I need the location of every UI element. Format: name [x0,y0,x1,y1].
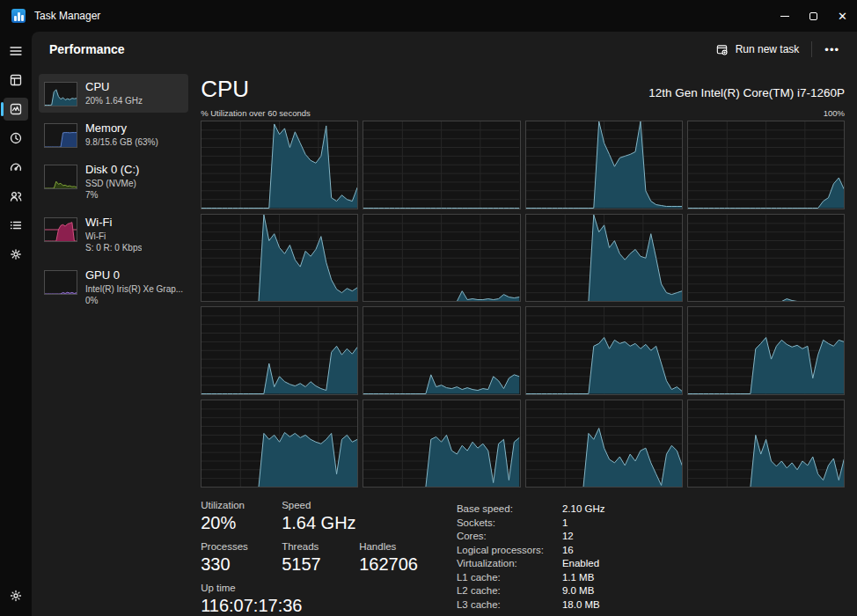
cpu-stats: Utilization 20% Speed 1.64 GHz [201,500,845,616]
spec-label: Logical processors: [457,545,548,555]
wifi-sparkline [44,217,77,242]
selected-indicator [1,102,4,116]
cpu-core-graph[interactable] [525,121,683,209]
disk-sparkline [44,165,77,189]
stat-uptime: Up time 116:07:17:36 [201,583,302,616]
cpu-core-graph[interactable] [687,121,845,209]
settings-gear-icon [9,589,23,603]
sidebar-disk-title: Disk 0 (C:) [85,163,139,178]
spec-label: Sockets: [457,517,548,528]
cpu-core-graph[interactable] [687,400,845,488]
sidebar-disk-sub1: SSD (NVMe) [85,178,139,189]
nav-startup-apps[interactable] [4,156,28,179]
processor-name: 12th Gen Intel(R) Core(TM) i7-1260P [648,86,845,99]
memory-sparkline [44,123,77,148]
spec-label: Virtualization: [457,558,548,568]
cpu-core-graph[interactable] [525,306,683,395]
stat-utilization: Utilization 20% [201,500,259,533]
nav-services[interactable] [4,243,28,266]
cpu-detail-pane: CPU 12th Gen Intel(R) Core(TM) i7-1260P … [194,74,857,616]
minimize-button[interactable] [770,0,799,32]
sidebar-gpu-sub1: Intel(R) Iris(R) Xe Grap... [85,283,183,295]
nav-users[interactable] [4,185,28,208]
stat-handles: Handles 162706 [359,541,418,575]
cpu-core-graph[interactable] [201,306,358,395]
cpu-core-graph[interactable] [363,121,520,209]
spec-value: 18.0 MB [562,599,605,610]
nav-processes[interactable] [4,69,28,92]
close-button[interactable]: ✕ [828,0,857,32]
spec-label: L3 cache: [457,599,548,610]
nav-app-history[interactable] [4,127,28,150]
services-icon [9,247,23,261]
spec-value: 16 [562,545,605,555]
minimize-icon [780,16,789,17]
sidebar-wifi-sub2: S: 0 R: 0 Kbps [85,242,142,253]
spec-value: 1.1 MB [562,572,605,583]
nav-performance[interactable] [4,98,28,121]
spec-value: 9.0 MB [562,585,605,596]
spec-label: Base speed: [457,503,548,514]
sidebar-gpu-title: GPU 0 [85,268,183,283]
details-icon [9,218,23,232]
sidebar-memory-title: Memory [85,121,158,136]
spec-value: 1 [562,517,605,528]
sidebar-disk-sub2: 7% [85,189,139,201]
sidebar-cpu-title: CPU [85,80,143,95]
startup-apps-icon [9,160,23,174]
content-panel: Performance Run new task ••• [32,32,857,616]
cpu-heading: CPU [201,76,249,103]
resource-sidebar: CPU 20% 1.64 GHz Memory 9.8/15.6 GB (63%… [32,74,194,616]
hamburger-icon [9,44,23,58]
maximize-icon [809,12,817,20]
sidebar-item-gpu[interactable]: GPU 0 Intel(R) Iris(R) Xe Grap... 0% [39,262,188,312]
sidebar-item-cpu[interactable]: CPU 20% 1.64 GHz [39,74,188,113]
task-manager-window: Task Manager ✕ [0,0,857,616]
cpu-core-graph[interactable] [363,400,520,488]
cpu-core-graph[interactable] [201,121,358,209]
nav-details[interactable] [4,214,28,237]
sidebar-item-memory[interactable]: Memory 9.8/15.6 GB (63%) [39,115,188,154]
maximize-button[interactable] [799,0,828,32]
spec-value: Enabled [562,558,605,568]
ellipsis-icon: ••• [824,43,839,56]
cpu-core-graph[interactable] [363,214,520,303]
stat-threads: Threads 5157 [282,541,336,575]
more-options-button[interactable]: ••• [816,39,848,61]
spec-value: 12 [562,531,605,541]
cpu-spec-details: Base speed:2.10 GHz Sockets:1 Cores:12 L… [457,500,605,616]
sidebar-item-disk[interactable]: Disk 0 (C:) SSD (NVMe) 7% [39,157,188,207]
users-icon [9,189,23,203]
window-title: Task Manager [34,10,100,22]
spec-value: 2.10 GHz [562,503,605,514]
page-title: Performance [49,42,125,56]
stat-speed: Speed 1.64 GHz [282,500,355,533]
spec-label: L2 cache: [457,585,548,596]
stat-processes: Processes 330 [201,541,259,575]
cpu-core-graph[interactable] [201,214,358,303]
processes-icon [9,73,23,87]
sidebar-memory-sub: 9.8/15.6 GB (63%) [85,136,158,148]
cpu-core-graph[interactable] [687,214,845,303]
header-divider [811,41,812,57]
run-new-task-button[interactable]: Run new task [707,38,809,62]
sidebar-gpu-sub2: 0% [85,295,183,306]
sidebar-item-wifi[interactable]: Wi-Fi Wi-Fi S: 0 R: 0 Kbps [39,209,188,260]
cpu-sparkline [44,82,77,106]
nav-settings[interactable] [4,584,28,607]
graph-max-label: 100% [824,108,845,118]
navigation-rail [0,32,32,616]
app-history-icon [9,131,23,145]
cpu-core-grid [201,121,845,488]
gpu-sparkline [44,270,77,295]
cpu-core-graph[interactable] [525,400,683,488]
nav-menu-button[interactable] [4,40,28,62]
performance-icon [9,102,23,116]
sidebar-wifi-sub1: Wi-Fi [85,231,142,242]
cpu-core-graph[interactable] [201,400,358,488]
cpu-core-graph[interactable] [525,214,683,303]
spec-label: L1 cache: [457,572,548,583]
new-task-icon [715,43,729,56]
cpu-core-graph[interactable] [363,306,520,395]
cpu-core-graph[interactable] [687,306,845,395]
